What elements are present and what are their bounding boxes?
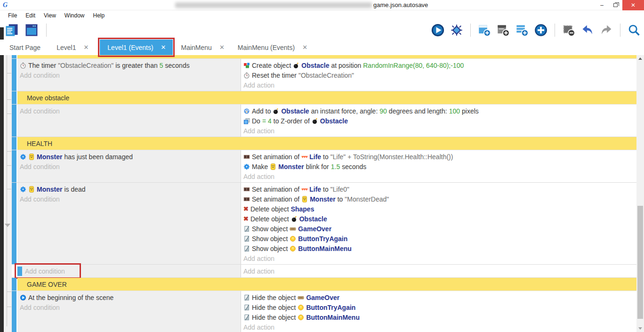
actions-cell: Set animation of ♥♥♥Life to "Life" + ToS… — [241, 150, 636, 182]
add-condition-row[interactable]: Add condition — [20, 302, 239, 312]
tab-label: MainMenu — [181, 44, 212, 51]
tab-level1-events[interactable]: Level1 (Events)✕ — [100, 40, 172, 55]
condition-row[interactable]: The timer "ObstacleCreation" is greater … — [20, 60, 239, 70]
menu-help[interactable]: Help — [89, 10, 109, 21]
condition-row[interactable]: Monster is dead — [20, 184, 239, 194]
add-condition-row[interactable]: Add condition — [20, 162, 239, 171]
preview-play-icon[interactable] — [431, 23, 445, 37]
tree-collapse-arrow-icon[interactable] — [5, 224, 10, 227]
action-row[interactable]: Show object ButtonTryAgain — [243, 234, 635, 243]
add-action-row[interactable]: Add action — [243, 266, 274, 276]
scene-editor-icon[interactable] — [24, 23, 39, 37]
add-condition-row[interactable]: Add condition — [20, 70, 239, 80]
add-subevent-icon[interactable] — [515, 23, 529, 37]
object-name: Monster — [37, 153, 62, 161]
add-action-row[interactable]: Add action — [243, 126, 635, 136]
scroll-down-arrow-icon[interactable] — [636, 325, 644, 332]
vertical-scrollbar[interactable] — [636, 55, 644, 332]
action-row[interactable]: ✖Delete object Obstacle — [243, 214, 635, 224]
bomb-icon — [293, 62, 299, 69]
menu-view[interactable]: View — [40, 10, 60, 21]
object-name: Obstacle — [301, 62, 329, 69]
scroll-up-arrow-icon[interactable] — [636, 55, 644, 62]
add-action-row[interactable]: Add action — [243, 80, 635, 90]
debug-icon[interactable] — [450, 23, 464, 37]
group-header[interactable]: Move obstacle — [12, 91, 636, 105]
add-other-icon[interactable] — [534, 23, 548, 37]
text-segment: at position — [331, 62, 361, 69]
object-name: GameOver — [298, 225, 331, 233]
action-row[interactable]: Set animation of Monster to "MonsterDead… — [243, 194, 635, 204]
add-condition-row[interactable]: Add condition — [20, 194, 239, 204]
group-header-label: GAME OVER — [17, 278, 636, 291]
delete-event-icon[interactable] — [562, 23, 576, 37]
action-row[interactable]: Hide the object GameOver — [243, 292, 635, 302]
condition-row[interactable]: At the beginning of the scene — [20, 292, 239, 302]
menu-file[interactable]: File — [4, 10, 21, 21]
animation-icon — [243, 196, 250, 202]
screen-left-edge — [0, 27, 4, 332]
tree-connector — [7, 292, 11, 292]
action-row[interactable]: Show object GameOver — [243, 224, 635, 234]
timer-icon — [243, 72, 250, 79]
action-row[interactable]: Make Monster blink for 1.5 seconds — [243, 162, 635, 171]
action-row[interactable]: Set animation of ♥♥♥Life to "Life" + ToS… — [243, 152, 635, 162]
gdevelop-logo-icon: G — [3, 1, 8, 9]
tab-label: Level1 (Events) — [107, 44, 153, 51]
tab-close-icon[interactable]: ✕ — [219, 44, 225, 51]
add-action-row[interactable]: Add action — [243, 322, 635, 332]
action-row[interactable]: Reset the timer "ObstacleCreation" — [243, 70, 635, 80]
placeholder-text: Add action — [243, 173, 274, 180]
placeholder-text: Add action — [243, 81, 274, 89]
project-manager-icon[interactable] — [5, 23, 19, 37]
text-segment: "Life0" — [330, 186, 349, 193]
undo-icon[interactable] — [580, 23, 595, 37]
tab-close-icon[interactable]: ✕ — [161, 44, 166, 51]
placeholder-text: Add condition — [25, 267, 65, 275]
conditions-cell: Add condition — [17, 105, 241, 137]
text-segment: "ObstacleCreation" — [298, 72, 354, 79]
add-event-icon[interactable] — [477, 23, 491, 37]
action-row[interactable]: Create object Obstacle at position Rando… — [243, 60, 635, 70]
close-button[interactable]: ✕ — [622, 0, 644, 10]
tab-mainmenu[interactable]: MainMenu✕ — [177, 40, 230, 55]
text-segment: Reset the timer — [252, 72, 297, 79]
text-segment: has just been damaged — [64, 153, 133, 161]
action-row[interactable]: Do = 4 to Z-order of Obstacle — [243, 116, 635, 126]
add-action-row[interactable]: Add action — [243, 171, 635, 181]
group-header[interactable]: HEALTH — [12, 137, 636, 150]
action-row[interactable]: Add to Obstacle an instant force, angle:… — [243, 106, 635, 116]
tab-close-icon[interactable]: ✕ — [302, 44, 307, 51]
event-selection-bar — [12, 137, 16, 150]
action-row[interactable]: Set animation of ♥♥♥Life to "Life0" — [243, 184, 635, 194]
restore-button[interactable] — [609, 0, 622, 10]
monster-icon — [270, 163, 276, 170]
button-icon — [298, 314, 304, 321]
menu-edit[interactable]: Edit — [21, 10, 40, 21]
tab-start-page[interactable]: Start Page — [5, 40, 49, 55]
add-condition-row[interactable]: Add condition — [25, 266, 65, 276]
add-comment-icon[interactable] — [496, 23, 510, 37]
search-icon[interactable] — [627, 23, 641, 37]
actions-cell: Hide the object GameOverHide the object … — [241, 291, 636, 332]
action-row[interactable]: Hide the object ButtonTryAgain — [243, 302, 635, 312]
action-row[interactable]: ✖Delete object Shapes — [243, 204, 635, 214]
condition-row[interactable]: Monster has just been damaged — [20, 152, 239, 162]
conditions-cell: The timer "ObstacleCreation" is greater … — [17, 59, 241, 91]
tab-close-icon[interactable]: ✕ — [83, 44, 89, 51]
redo-icon[interactable] — [599, 23, 613, 37]
text-segment: Make — [252, 163, 268, 170]
minimize-button[interactable]: – — [595, 0, 609, 10]
add-condition-row[interactable]: Add condition — [20, 106, 239, 116]
tree-connector — [7, 189, 11, 189]
group-header[interactable]: GAME OVER — [12, 278, 636, 291]
actions-cell: Set animation of ♥♥♥Life to "Life0"Set a… — [241, 183, 636, 264]
tab-mainmenu-events[interactable]: MainMenu (Events)✕ — [233, 40, 313, 55]
scrollbar-thumb[interactable] — [637, 206, 643, 319]
action-row[interactable]: Show object ButtonMainMenu — [243, 243, 635, 253]
tab-level1[interactable]: Level1✕ — [52, 40, 94, 55]
action-row[interactable]: Hide the object ButtonMainMenu — [243, 312, 635, 322]
add-action-row[interactable]: Add action — [243, 253, 635, 263]
conditions-cell: Monster is deadAdd condition — [17, 183, 241, 264]
menu-window[interactable]: Window — [60, 10, 89, 21]
